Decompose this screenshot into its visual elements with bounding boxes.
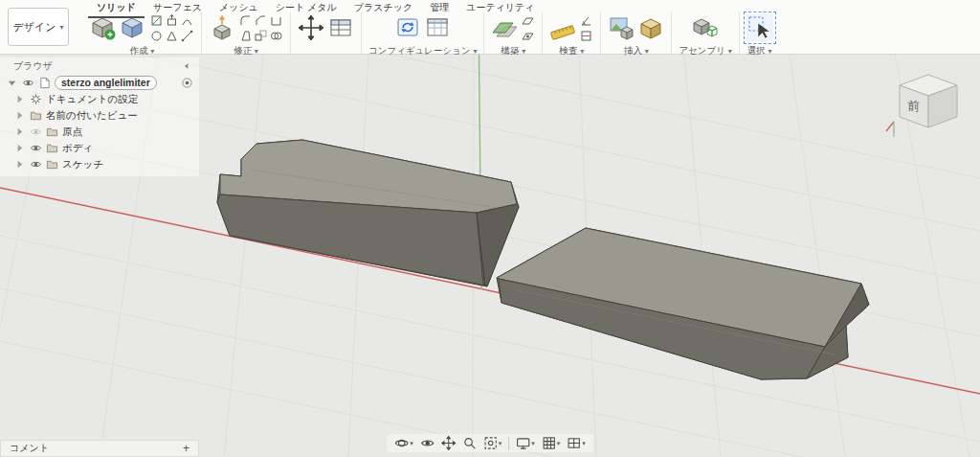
- browser-item-bodies[interactable]: ボディ: [0, 140, 199, 156]
- select-group-dropdown[interactable]: 選択 ▾: [747, 45, 772, 57]
- move-copy-button[interactable]: [298, 14, 324, 41]
- group-separator: [600, 12, 601, 55]
- browser-item-sketches[interactable]: スケッチ: [0, 156, 199, 172]
- insert-group-dropdown[interactable]: 挿入 ▾: [624, 45, 649, 57]
- pan-button[interactable]: [441, 436, 456, 450]
- expand-caret-icon[interactable]: [13, 93, 26, 105]
- fit-button[interactable]: ▾: [483, 436, 502, 450]
- body-right[interactable]: [497, 228, 869, 379]
- new-body-button[interactable]: [90, 14, 117, 41]
- visibility-eye-icon[interactable]: [30, 158, 42, 171]
- dropdown-caret: ▾: [645, 47, 649, 56]
- browser-document-row[interactable]: sterzo anglelimiter: [0, 75, 199, 91]
- combine-button[interactable]: [269, 29, 283, 43]
- dropdown-caret: ▾: [522, 47, 525, 56]
- grid-snap-button[interactable]: ▾: [542, 436, 561, 450]
- expand-caret-icon[interactable]: [13, 126, 26, 138]
- create-extrude-button[interactable]: [165, 13, 179, 28]
- configure-button[interactable]: [394, 14, 421, 41]
- expand-caret-icon[interactable]: [6, 77, 18, 89]
- parameters-button[interactable]: [327, 14, 354, 41]
- group-separator: [739, 12, 740, 55]
- measure-button[interactable]: [549, 14, 576, 41]
- dropdown-caret: ▾: [410, 440, 413, 447]
- browser-item-origin[interactable]: 原点: [0, 124, 199, 140]
- browser-collapse-icon[interactable]: [182, 61, 191, 71]
- browser-item-label: ドキュメントの設定: [46, 93, 138, 106]
- viewports-button[interactable]: ▾: [567, 436, 586, 450]
- display-settings-button[interactable]: ▾: [516, 436, 535, 450]
- expand-caret-icon[interactable]: [13, 109, 26, 122]
- visibility-eye-icon[interactable]: [22, 77, 34, 89]
- shell-button[interactable]: [269, 13, 283, 28]
- construct-point-button[interactable]: [521, 29, 535, 43]
- view-cube[interactable]: 前: [884, 62, 970, 145]
- browser-item-named-views[interactable]: 名前の付いたビュー: [0, 107, 199, 124]
- orbit-button[interactable]: ▾: [394, 436, 413, 450]
- create-revolve-button[interactable]: [180, 13, 194, 28]
- folder-icon: [30, 109, 42, 122]
- group-modify: 修正 ▾: [205, 12, 287, 57]
- document-name[interactable]: sterzo anglelimiter: [55, 76, 157, 90]
- create-loft-button[interactable]: [165, 29, 179, 43]
- comments-bar[interactable]: コメント +: [0, 440, 199, 457]
- group-separator: [290, 12, 291, 55]
- fillet-button[interactable]: [238, 13, 253, 28]
- group-separator: [542, 12, 543, 55]
- new-component-button[interactable]: [120, 14, 146, 41]
- visibility-eye-icon[interactable]: [30, 142, 42, 154]
- group-assembly: アセンブリ ▾: [675, 12, 735, 57]
- group-configuration: コンフィギュレーション ▾: [365, 12, 480, 57]
- add-comment-button[interactable]: +: [183, 442, 189, 455]
- create-group-dropdown[interactable]: 作成 ▾: [130, 45, 155, 57]
- scale-button[interactable]: [254, 29, 268, 43]
- construct-plane-button[interactable]: [491, 14, 518, 41]
- insert-canvas-button[interactable]: [608, 14, 635, 41]
- section-analysis-button[interactable]: [579, 29, 593, 43]
- activate-radio-icon[interactable]: [181, 77, 193, 89]
- create-sketch-button[interactable]: [149, 13, 164, 28]
- dropdown-caret: ▾: [582, 440, 586, 447]
- create-hole-button[interactable]: [180, 29, 194, 43]
- design-menu-button[interactable]: デザイン ▾: [8, 8, 69, 46]
- angle-measure-button[interactable]: [579, 13, 593, 28]
- press-pull-button[interactable]: [209, 14, 235, 41]
- group-insert: 挿入 ▾: [604, 12, 668, 57]
- select-tool-button[interactable]: [746, 14, 773, 41]
- viewcube-front-label[interactable]: 前: [907, 99, 920, 113]
- modify-group-dropdown[interactable]: 修正 ▾: [234, 45, 258, 57]
- create-sweep-button[interactable]: [149, 29, 164, 43]
- folder-icon: [46, 126, 58, 138]
- construct-axis-button[interactable]: [521, 13, 535, 28]
- expand-caret-icon[interactable]: [13, 142, 26, 154]
- group-separator: [483, 12, 484, 55]
- navigation-bar: ▾ ▾: [387, 434, 593, 452]
- dropdown-caret: ▾: [728, 47, 732, 56]
- browser-item-document-settings[interactable]: ドキュメントの設定: [0, 91, 199, 107]
- construct-group-dropdown[interactable]: 構築 ▾: [501, 45, 526, 57]
- group-construct: 構築 ▾: [487, 12, 539, 57]
- group-create: 作成 ▾: [86, 12, 198, 57]
- configuration-group-dropdown[interactable]: コンフィギュレーション ▾: [368, 45, 477, 57]
- inspect-group-dropdown[interactable]: 検査 ▾: [560, 45, 585, 57]
- design-menu-label: デザイン: [12, 20, 56, 34]
- modify-tools-grid: [238, 13, 283, 43]
- insert-mesh-button[interactable]: [637, 14, 664, 41]
- configuration-table-button[interactable]: [424, 14, 451, 41]
- look-at-button[interactable]: [420, 436, 434, 450]
- zoom-button[interactable]: [462, 436, 477, 450]
- folder-icon: [46, 158, 58, 171]
- visibility-eye-off-icon[interactable]: [30, 126, 42, 138]
- inspect-tools-stack: [579, 13, 593, 43]
- draft-button[interactable]: [238, 29, 253, 43]
- display-settings-icon: [516, 436, 530, 450]
- orbit-icon: [394, 436, 409, 450]
- expand-caret-icon[interactable]: [13, 158, 26, 171]
- assembly-joint-button[interactable]: [692, 14, 719, 41]
- browser-item-label: ボディ: [62, 142, 93, 155]
- chamfer-button[interactable]: [254, 13, 268, 28]
- comments-label: コメント: [10, 442, 49, 455]
- viewport-canvas[interactable]: ブラウザ sterzo anglelimiter: [0, 55, 980, 457]
- zoom-icon: [462, 436, 477, 450]
- assembly-group-dropdown[interactable]: アセンブリ ▾: [679, 45, 731, 57]
